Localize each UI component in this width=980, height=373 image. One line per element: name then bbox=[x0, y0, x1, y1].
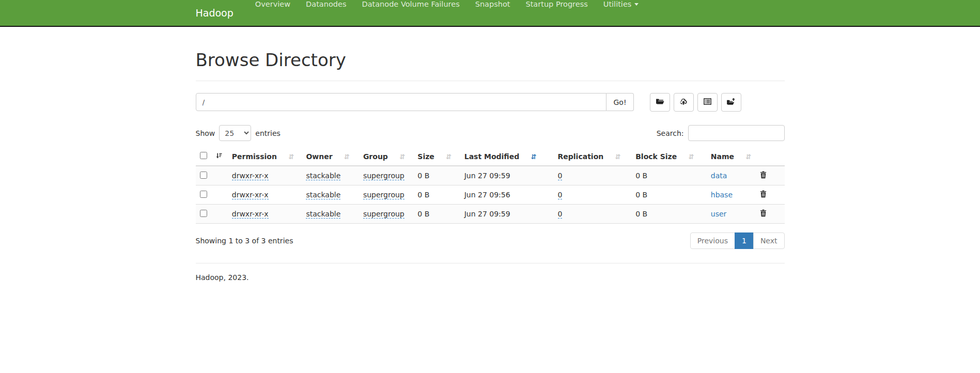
last-modified-value: Jun 27 09:56 bbox=[464, 191, 510, 199]
search-control: Search: bbox=[657, 125, 785, 141]
col-header-permission[interactable]: Permission⇵ bbox=[228, 147, 302, 166]
permission-editable[interactable]: drwxr-xr-x bbox=[232, 172, 269, 180]
last-modified-value: Jun 27 09:59 bbox=[464, 172, 510, 180]
trash-icon bbox=[760, 173, 767, 180]
paste-move-button[interactable] bbox=[721, 93, 741, 112]
pagination: Previous 1 Next bbox=[691, 232, 785, 249]
col-header-replication[interactable]: Replication⇵ bbox=[554, 147, 632, 166]
sort-icon[interactable]: ⇵ bbox=[745, 153, 751, 161]
directory-table: Permission⇵ Owner⇵ Group⇵ Size⇵ Last Mod… bbox=[196, 147, 785, 224]
group-editable[interactable]: supergroup bbox=[363, 210, 405, 219]
explorer-bar: Go! bbox=[196, 93, 785, 112]
trash-icon bbox=[760, 192, 767, 199]
sort-icon[interactable]: ⇵ bbox=[446, 153, 452, 161]
replication-editable[interactable]: 0 bbox=[558, 191, 563, 199]
directory-link-user[interactable]: user bbox=[711, 210, 727, 218]
utilities-label: Utilities bbox=[603, 0, 632, 8]
nav-dropdown-utilities[interactable]: Utilities bbox=[596, 0, 647, 8]
sort-icon[interactable]: ⇵ bbox=[688, 153, 694, 161]
directory-path-input[interactable] bbox=[196, 93, 607, 111]
path-input-group: Go! bbox=[196, 93, 634, 111]
cloud-upload-icon bbox=[679, 97, 688, 108]
table-row: drwxr-xr-x stackable supergroup 0 B Jun … bbox=[196, 205, 785, 224]
create-directory-button[interactable] bbox=[650, 93, 670, 112]
brand-hadoop[interactable]: Hadoop bbox=[196, 0, 241, 26]
directory-link-data[interactable]: data bbox=[711, 172, 727, 180]
sort-icon[interactable]: ⇵ bbox=[344, 153, 350, 161]
go-button[interactable]: Go! bbox=[606, 93, 633, 111]
show-label: Show bbox=[196, 129, 215, 137]
permission-editable[interactable]: drwxr-xr-x bbox=[232, 210, 269, 219]
table-footer: Showing 1 to 3 of 3 entries Previous 1 N… bbox=[196, 232, 785, 249]
last-modified-value: Jun 27 09:59 bbox=[464, 210, 510, 218]
search-input[interactable] bbox=[688, 125, 785, 141]
size-value: 0 B bbox=[417, 191, 429, 199]
delete-button[interactable] bbox=[760, 209, 767, 219]
col-header-delete bbox=[756, 147, 784, 166]
nav-item-startup-progress[interactable]: Startup Progress bbox=[518, 0, 595, 8]
sort-by-attributes-icon[interactable] bbox=[215, 152, 222, 159]
folder-open-icon bbox=[656, 97, 664, 107]
pagination-page-1[interactable]: 1 bbox=[735, 232, 754, 249]
col-header-size[interactable]: Size⇵ bbox=[413, 147, 460, 166]
owner-editable[interactable]: stackable bbox=[306, 172, 340, 180]
table-controls: Show 25 entries Search: bbox=[196, 125, 785, 141]
row-checkbox[interactable] bbox=[200, 172, 207, 179]
col-header-block-size[interactable]: Block Size⇵ bbox=[631, 147, 707, 166]
replication-editable[interactable]: 0 bbox=[558, 172, 563, 180]
page-title: Browse Directory bbox=[196, 50, 785, 70]
row-checkbox[interactable] bbox=[200, 210, 207, 217]
table-row: drwxr-xr-x stackable supergroup 0 B Jun … bbox=[196, 185, 785, 205]
pagination-previous[interactable]: Previous bbox=[691, 232, 735, 249]
navbar-menu: Overview Datanodes Datanode Volume Failu… bbox=[247, 0, 647, 26]
directory-link-hbase[interactable]: hbase bbox=[711, 191, 733, 199]
page-header: Browse Directory bbox=[196, 50, 785, 70]
entries-info: Showing 1 to 3 of 3 entries bbox=[196, 237, 293, 245]
caret-down-icon bbox=[634, 3, 639, 6]
replication-editable[interactable]: 0 bbox=[558, 210, 563, 219]
col-header-owner[interactable]: Owner⇵ bbox=[302, 147, 359, 166]
row-checkbox[interactable] bbox=[200, 191, 207, 198]
table-header-row: Permission⇵ Owner⇵ Group⇵ Size⇵ Last Mod… bbox=[196, 147, 785, 166]
col-header-name[interactable]: Name⇵ bbox=[707, 147, 756, 166]
list-alt-icon bbox=[703, 97, 712, 107]
delete-button[interactable] bbox=[760, 190, 767, 199]
page-length-select[interactable]: 25 bbox=[219, 125, 251, 141]
permission-editable[interactable]: drwxr-xr-x bbox=[232, 191, 269, 199]
upload-files-button[interactable] bbox=[674, 93, 694, 112]
nav-item-datanodes[interactable]: Datanodes bbox=[298, 0, 354, 8]
owner-editable[interactable]: stackable bbox=[306, 191, 340, 199]
delete-button[interactable] bbox=[760, 171, 767, 180]
footer-text: Hadoop, 2023. bbox=[196, 273, 785, 282]
size-value: 0 B bbox=[417, 172, 429, 180]
block-size-value: 0 B bbox=[635, 191, 647, 199]
trash-icon bbox=[760, 211, 767, 219]
block-size-value: 0 B bbox=[635, 210, 647, 218]
sort-icon[interactable]: ⇵ bbox=[288, 153, 294, 161]
col-header-group[interactable]: Group⇵ bbox=[359, 147, 413, 166]
block-size-value: 0 B bbox=[635, 172, 647, 180]
nav-item-datanode-volume-failures[interactable]: Datanode Volume Failures bbox=[354, 0, 467, 8]
sort-icon-active[interactable]: ⇵ bbox=[531, 153, 536, 161]
size-value: 0 B bbox=[417, 210, 429, 218]
heading-divider bbox=[196, 81, 785, 81]
select-all-checkbox[interactable] bbox=[200, 152, 207, 159]
table-row: drwxr-xr-x stackable supergroup 0 B Jun … bbox=[196, 166, 785, 185]
sort-icon[interactable]: ⇵ bbox=[615, 153, 620, 161]
owner-editable[interactable]: stackable bbox=[306, 210, 340, 219]
pagination-next[interactable]: Next bbox=[754, 232, 785, 249]
sort-icon[interactable]: ⇵ bbox=[399, 153, 405, 161]
entries-label: entries bbox=[255, 129, 281, 137]
top-navbar: Hadoop Overview Datanodes Datanode Volum… bbox=[0, 0, 980, 27]
footer-divider bbox=[196, 263, 785, 263]
explorer-actions bbox=[650, 93, 741, 112]
summary-button[interactable] bbox=[697, 93, 718, 112]
page-length-control: Show 25 entries bbox=[196, 125, 281, 141]
folder-move-icon bbox=[726, 97, 736, 108]
search-label: Search: bbox=[657, 129, 684, 137]
col-header-last-modified[interactable]: Last Modified⇵ bbox=[460, 147, 554, 166]
group-editable[interactable]: supergroup bbox=[363, 191, 405, 199]
group-editable[interactable]: supergroup bbox=[363, 172, 405, 180]
nav-item-overview[interactable]: Overview bbox=[247, 0, 298, 8]
nav-item-snapshot[interactable]: Snapshot bbox=[468, 0, 518, 8]
